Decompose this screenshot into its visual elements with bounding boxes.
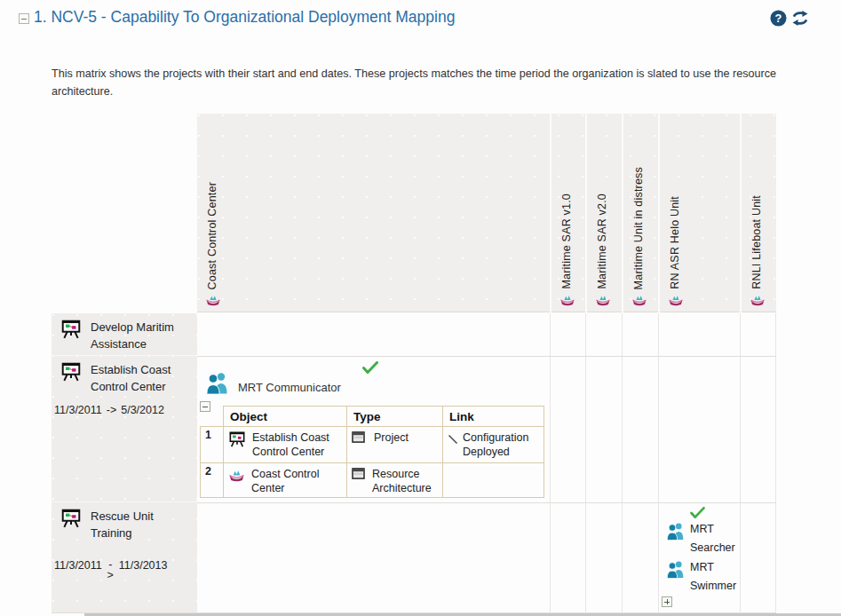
object-type: Project <box>374 430 409 445</box>
object-type: Resource Architecture <box>372 467 438 495</box>
column-header-rnli-lifeboat-unit[interactable]: RNLI Lifeboat Unit <box>740 114 776 312</box>
row-header-rescue-unit-training[interactable]: Rescue Unit Training 11/3/2011 -> 11/3/2… <box>52 502 197 612</box>
matrix-description: This matrix shows the projects with thei… <box>52 65 790 100</box>
project-date-range: 11/3/2011 -> 5/3/2012 <box>54 404 197 416</box>
table-row: 1 Establish Coast Control Center <box>201 427 544 463</box>
matrix-cell-coast-control-center: MRT Communicator Object Type Link 1 <box>197 357 550 502</box>
column-header-rn-asr-helo-unit[interactable]: RN ASR Helo Unit <box>658 114 740 312</box>
organization-people-icon <box>204 371 231 395</box>
date-start: 11/3/2011 <box>54 559 102 572</box>
date-arrow: -> <box>107 404 116 416</box>
window-type-icon <box>352 468 365 479</box>
column-label: Coast Control Center <box>206 182 218 289</box>
grid-line <box>622 313 623 612</box>
organization-label[interactable]: MRT Searcher <box>690 520 740 557</box>
grid-line <box>585 313 586 612</box>
column-header-maritime-sar-v1[interactable]: Maritime SAR v1.0 <box>550 114 585 312</box>
link-line-icon <box>448 434 458 445</box>
column-header-object: Object <box>224 407 347 427</box>
check-icon <box>362 361 378 374</box>
resource-architecture-icon <box>668 294 684 306</box>
organization-label[interactable]: MRT Swimmer <box>690 558 740 596</box>
column-header-maritime-sar-v2[interactable]: Maritime SAR v2.0 <box>585 114 622 312</box>
column-header-link: Link <box>443 407 544 427</box>
grid-line <box>550 313 551 612</box>
column-header-coast-control-center[interactable]: Coast Control Center <box>197 114 550 312</box>
table-header-row: Object Type Link <box>201 407 544 427</box>
resource-architecture-icon <box>559 294 575 306</box>
row-label: Establish Coast Control Center <box>91 361 183 395</box>
resource-architecture-icon <box>205 294 221 306</box>
row-number: 2 <box>201 463 224 498</box>
project-date-range: 11/3/2011 -> 11/3/2013 <box>54 559 197 580</box>
grid-line <box>740 313 741 612</box>
date-end: 11/3/2013 <box>119 559 168 572</box>
column-label: Maritime SAR v2.0 <box>596 193 608 289</box>
object-name[interactable]: Establish Coast Control Center <box>252 430 342 459</box>
row-header-establish-coast-control-center[interactable]: Establish Coast Control Center 11/3/2011… <box>52 356 197 502</box>
column-header-band: Coast Control Center Maritime SAR v1.0 M… <box>197 114 776 312</box>
organization-people-icon <box>665 560 686 579</box>
date-end: 5/3/2012 <box>121 404 164 416</box>
row-label: Rescue Unit Training <box>91 508 183 541</box>
window-type-icon <box>352 431 365 443</box>
check-icon <box>690 507 705 518</box>
organization-item[interactable]: MRT Searcher <box>658 520 740 557</box>
row-label: Develop Maritim Assistance <box>91 319 183 352</box>
resource-architecture-icon <box>595 294 611 306</box>
column-header-maritime-unit-in-distress[interactable]: Maritime Unit in distress <box>622 114 658 312</box>
column-label: RNLI Lifeboat Unit <box>750 195 763 289</box>
project-icon <box>228 431 246 447</box>
object-details-table: Object Type Link 1 Establish Coast Contr… <box>200 406 544 498</box>
sync-arrows-icon[interactable] <box>790 11 810 26</box>
column-label: Maritime Unit in distress <box>632 167 645 289</box>
page-title: 1. NCV-5 - Capability To Organizational … <box>34 8 455 27</box>
column-label: RN ASR Helo Unit <box>669 196 681 289</box>
column-header-type: Type <box>347 407 443 427</box>
svg-text:?: ? <box>775 12 782 25</box>
resource-architecture-icon <box>631 294 647 306</box>
expand-details-icon[interactable] <box>662 596 672 607</box>
date-start: 11/3/2011 <box>54 404 102 416</box>
link-name: Configuration Deployed <box>463 430 539 459</box>
row-number: 1 <box>201 427 224 463</box>
row-header-column: Develop Maritim Assistance Establish Coa… <box>52 313 197 612</box>
row-header-develop-maritim-assistance[interactable]: Develop Maritim Assistance <box>52 313 197 356</box>
organization-people-icon <box>665 522 686 541</box>
table-row: 2 Coast Control Center Resource <box>201 463 544 498</box>
project-icon <box>60 509 82 528</box>
ncv5-mapping-page: 1. NCV-5 - Capability To Organizational … <box>0 0 841 616</box>
resource-architecture-icon <box>750 294 766 306</box>
help-icon[interactable]: ? <box>770 10 787 27</box>
grid-line <box>775 313 776 612</box>
project-icon <box>60 362 82 382</box>
date-arrow: -> <box>107 559 115 580</box>
project-icon <box>60 320 82 339</box>
matrix-cell-rn-asr-helo-unit: MRT Searcher MRT Swimmer <box>658 503 740 612</box>
organization-item[interactable]: MRT Swimmer <box>658 558 740 596</box>
resource-architecture-icon <box>228 469 245 482</box>
section-collapse-icon[interactable] <box>19 13 29 24</box>
object-name[interactable]: Coast Control Center <box>251 467 342 495</box>
column-label: Maritime SAR v1.0 <box>560 193 573 289</box>
organization-label[interactable]: MRT Communicator <box>238 381 341 394</box>
